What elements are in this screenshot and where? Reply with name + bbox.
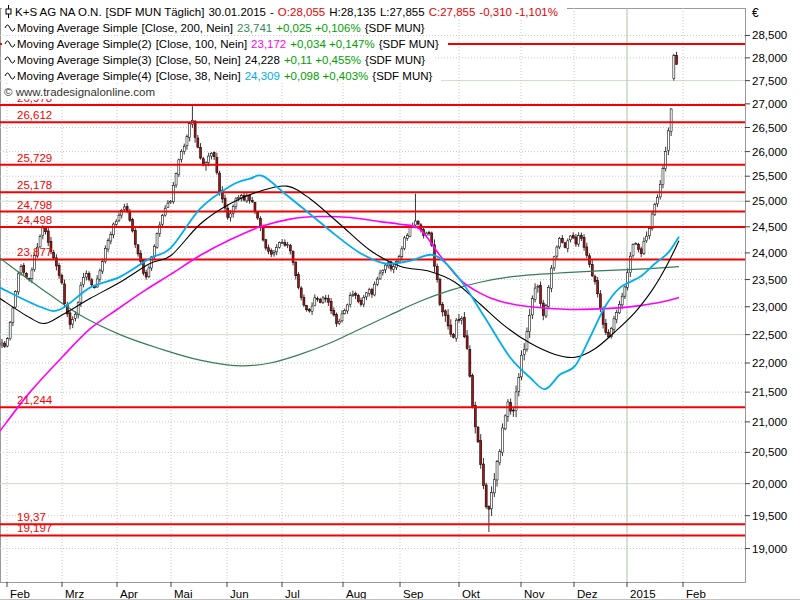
x-month-label: Jun [230,588,249,600]
quote-change: -0,310 -1,101% [479,6,558,18]
indicator-value: 24,228 [245,54,280,66]
wave-icon [4,71,15,81]
instrument-name: K+S AG NA O.N. [15,6,102,18]
y-tick-label: 25,500 [752,170,787,182]
support-line-label: 21,244 [17,394,53,406]
wave-icon [4,55,15,65]
indicator-symbol: {SDF MUN} [365,54,425,66]
y-tick-label: 28,000 [752,52,787,64]
indicator-name: Moving Average Simple(4) [17,70,152,82]
y-tick-label: 20,500 [752,446,787,458]
support-line-label: 25,729 [17,152,52,164]
x-month-label: Nov [524,588,545,600]
support-line-label: 24,798 [17,199,52,211]
legend: K+S AG NA O.N. [SDF MUN Täglich] 30.01.2… [2,4,567,100]
support-line-label: 19,197 [17,522,52,534]
y-tick-label: 20,000 [752,478,787,490]
x-month-label: Apr [120,588,138,600]
x-month-label: Dez [577,588,598,600]
indicator-params: [Close, 100, Nein] [156,38,247,50]
indicator-change: +0,11 +0,455% [284,54,361,66]
y-tick-label: 23,500 [752,274,787,286]
currency-label: € [752,6,759,20]
x-month-label: Jul [285,588,300,600]
support-line-label: 23,877 [17,246,52,258]
indicator-symbol: {SDF MUN} [372,70,432,82]
legend-indicator-row-ma200[interactable]: Moving Average Simple [Close, 200, Nein]… [2,20,434,35]
y-tick-label: 27,500 [752,75,787,87]
quote-low: L:27,855 [380,6,425,18]
indicator-value: 24,309 [245,70,280,82]
support-line-label: 19,37 [17,511,46,523]
y-tick-label: 19,500 [752,510,787,522]
quote-close: C:27,855 [429,6,476,18]
y-tick-label: 25,000 [752,195,787,207]
x-month-label: 2015 [630,588,656,600]
indicator-name: Moving Average Simple(2) [17,38,152,50]
wave-icon [4,23,15,33]
x-month-label: Sep [403,588,423,600]
support-line-label: 25,178 [17,179,52,191]
indicator-name: Moving Average Simple(3) [17,54,152,66]
legend-instrument-row[interactable]: K+S AG NA O.N. [SDF MUN Täglich] 30.01.2… [2,4,567,19]
y-tick-label: 27,000 [752,98,787,110]
y-tick-label: 28,500 [752,29,787,41]
indicator-change: +0,025 +0,106% [276,22,360,34]
indicator-change: +0,034 +0,147% [290,38,374,50]
y-tick-label: 22,500 [752,329,787,341]
x-month-label: Mrz [65,588,84,600]
y-tick-label: 24,000 [752,247,787,259]
quote-open: O:28,055 [278,6,325,18]
indicator-name: Moving Average Simple [17,22,138,34]
chart-window: { "legend": { "instrument": { "name": "K… [0,0,800,600]
indicator-value: 23,741 [237,22,272,34]
indicator-change: +0,098 +0,403% [284,70,368,82]
indicator-params: [Close, 200, Nein] [142,22,233,34]
legend-indicator-row-ma38[interactable]: Moving Average Simple(4) [Close, 38, Nei… [2,68,441,83]
separator: - [270,6,274,18]
watermark-text: © www.tradesignalonline.com [4,86,155,98]
x-month-label: Feb [686,588,706,600]
support-line-label: 26,612 [17,109,52,121]
x-month-label: Mai [174,588,193,600]
indicator-params: [Close, 38, Nein] [156,70,241,82]
y-tick-label: 21,500 [752,386,787,398]
wave-icon [4,39,15,49]
quote-date: 30.01.2015 [208,6,266,18]
legend-indicator-row-ma100[interactable]: Moving Average Simple(2) [Close, 100, Ne… [2,36,448,51]
support-line-label: 24,498 [17,214,52,226]
x-month-label: Okt [462,588,481,600]
indicator-symbol: {SDF MUN} [365,22,425,34]
y-tick-label: 19,000 [752,543,787,555]
instrument-context: [SDF MUN Täglich] [106,6,205,18]
y-tick-label: 26,000 [752,146,787,158]
indicator-value: 23,172 [251,38,286,50]
indicator-params: [Close, 50, Nein] [156,54,241,66]
x-month-label: Feb [10,588,30,600]
x-month-label: Aug [346,588,366,600]
indicator-symbol: {SDF MUN} [379,38,439,50]
legend-indicator-row-ma50[interactable]: Moving Average Simple(3) [Close, 50, Nei… [2,52,434,67]
y-tick-label: 26,500 [752,122,787,134]
y-tick-label: 22,000 [752,357,787,369]
y-tick-label: 23,000 [752,301,787,313]
candlestick-icon [4,5,13,18]
quote-high: H:28,135 [329,6,376,18]
y-tick-label: 24,500 [752,221,787,233]
watermark: © www.tradesignalonline.com [2,84,164,99]
y-tick-label: 21,000 [752,416,787,428]
